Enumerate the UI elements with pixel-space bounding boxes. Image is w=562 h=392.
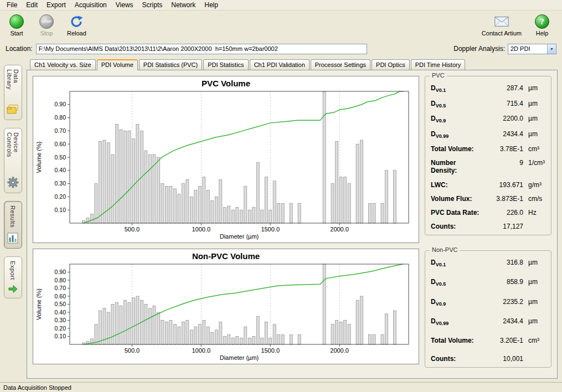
stat-value: 858.9 bbox=[482, 278, 523, 286]
menu-export[interactable]: Export bbox=[42, 0, 70, 10]
tab-pdi-statistics-pvc[interactable]: PDI Statistics (PVC) bbox=[139, 59, 202, 70]
stat-label: Total Volume: bbox=[431, 337, 482, 344]
doppler-analysis-value: 2D PDI bbox=[508, 45, 547, 52]
doppler-analysis-group: Doppler Analysis: 2D PDI ▼ bbox=[453, 44, 556, 54]
stat-label: DV0.1 bbox=[431, 259, 482, 267]
menu-network[interactable]: Network bbox=[167, 0, 200, 10]
pvc-stats-group-title: PVC bbox=[430, 72, 447, 79]
stat-row: Volume Flux:3.873E-1cm/s bbox=[431, 195, 546, 203]
stat-unit: g/m³ bbox=[523, 181, 546, 189]
stat-value: 9 bbox=[482, 159, 523, 167]
tab-pdi-optics[interactable]: PDI Optics bbox=[372, 59, 410, 70]
sidebar-item-label: Data Library bbox=[6, 69, 19, 101]
stat-row: Counts:10,001 bbox=[431, 355, 546, 363]
menu-scripts[interactable]: Scripts bbox=[138, 0, 167, 10]
contact-artium-label: Contact Artium bbox=[482, 30, 522, 37]
sidebar-item-data-library[interactable]: Data Library bbox=[4, 65, 22, 120]
sidebar-item-device-controls[interactable]: Device Controls bbox=[4, 128, 22, 193]
svg-text:Volume (%): Volume (%) bbox=[35, 288, 42, 320]
stat-row: DV0.992434.4µm bbox=[431, 130, 546, 139]
svg-text:0.10: 0.10 bbox=[55, 333, 66, 339]
app-window: FileEditExportAcquisitionViewsScriptsNet… bbox=[0, 0, 562, 392]
stat-row: Counts:17,127 bbox=[431, 223, 546, 230]
stat-label: Number Density: bbox=[431, 159, 482, 174]
sidebar-item-results[interactable]: Results bbox=[4, 201, 22, 249]
stat-row: LWC:193.671g/m³ bbox=[431, 181, 546, 189]
nonpvc-stats-group-title: Non-PVC bbox=[430, 246, 460, 253]
svg-text:0.60: 0.60 bbox=[55, 293, 66, 300]
svg-text:0.20: 0.20 bbox=[55, 193, 66, 200]
svg-text:0.90: 0.90 bbox=[55, 101, 66, 107]
svg-text:500.0: 500.0 bbox=[125, 226, 140, 233]
sidebar-item-label: Results bbox=[9, 205, 16, 228]
reload-icon bbox=[69, 14, 84, 29]
stat-label: DV0.99 bbox=[431, 130, 482, 139]
tab-ch1-pdi-validation[interactable]: Ch1 PDI Validation bbox=[250, 59, 310, 70]
svg-text:0.70: 0.70 bbox=[55, 285, 66, 291]
tab-pdi-statistics[interactable]: PDI Statistics bbox=[203, 59, 248, 70]
stats-column: PVC DV0.1287.4µmDV0.5715.4µmDV0.92200.0µ… bbox=[425, 76, 551, 373]
svg-text:0.30: 0.30 bbox=[55, 180, 66, 187]
svg-text:Diameter (µm): Diameter (µm) bbox=[220, 233, 259, 240]
stat-value: 2434.4 bbox=[482, 130, 523, 138]
stop-button-label: Stop bbox=[40, 30, 53, 37]
stat-value: 2200.0 bbox=[482, 115, 523, 122]
svg-text:0.80: 0.80 bbox=[55, 114, 66, 121]
stat-unit: Hz bbox=[523, 209, 546, 216]
status-text: Data Acquisition Stopped bbox=[3, 384, 71, 391]
stat-row: DV0.5858.9µm bbox=[431, 278, 546, 287]
reload-button[interactable]: Reload bbox=[64, 13, 89, 38]
nonpvc-chart-plot: 500.01000.01500.02000.00.100.200.300.400… bbox=[34, 261, 416, 362]
reload-button-label: Reload bbox=[67, 30, 86, 37]
stop-button[interactable]: STOP Stop bbox=[34, 13, 59, 38]
start-button[interactable]: Start bbox=[4, 13, 29, 38]
svg-text:1000.0: 1000.0 bbox=[192, 347, 210, 354]
stat-value: 10,001 bbox=[482, 355, 523, 363]
chevron-down-icon[interactable]: ▼ bbox=[547, 44, 556, 54]
pvc-volume-chart: PVC Volume 500.01000.01500.02000.00.100.… bbox=[33, 76, 419, 243]
help-icon: ? bbox=[535, 14, 549, 29]
stat-label: Total Volume: bbox=[431, 145, 482, 153]
contact-artium-button[interactable]: Contact Artium bbox=[479, 13, 524, 38]
svg-text:1500.0: 1500.0 bbox=[261, 226, 280, 233]
stat-unit: µm bbox=[523, 84, 546, 92]
svg-text:0.70: 0.70 bbox=[55, 127, 66, 134]
menu-file[interactable]: File bbox=[2, 0, 22, 10]
toolbar: Start STOP Stop Reload bbox=[0, 11, 562, 43]
stat-value: 2235.2 bbox=[482, 298, 523, 306]
help-button[interactable]: ? Help bbox=[530, 13, 554, 38]
stat-unit: µm bbox=[523, 130, 546, 138]
stat-unit: cm³ bbox=[523, 337, 546, 344]
stat-unit: µm bbox=[523, 317, 546, 325]
tab-pdi-time-history[interactable]: PDI Time History bbox=[411, 59, 466, 70]
results-chart-icon bbox=[7, 233, 18, 245]
stat-label: DV0.99 bbox=[431, 317, 482, 326]
status-bar: Data Acquisition Stopped bbox=[0, 382, 562, 392]
svg-text:500.0: 500.0 bbox=[125, 347, 140, 354]
stat-label: DV0.9 bbox=[431, 298, 482, 307]
menu-help[interactable]: Help bbox=[200, 0, 223, 10]
stat-unit: µm bbox=[523, 298, 546, 306]
stat-label: Counts: bbox=[431, 355, 482, 363]
stat-unit: µm bbox=[523, 278, 546, 286]
stat-label: DV0.9 bbox=[431, 115, 482, 123]
doppler-analysis-select[interactable]: 2D PDI ▼ bbox=[508, 44, 556, 54]
main-area: Data LibraryDevice ControlsResultsExport… bbox=[0, 57, 562, 382]
svg-text:0.40: 0.40 bbox=[55, 309, 66, 316]
doppler-analysis-label: Doppler Analysis: bbox=[453, 45, 505, 53]
sidebar-item-export[interactable]: Export bbox=[4, 256, 22, 298]
location-input[interactable] bbox=[36, 44, 367, 54]
stat-row: PVC Data Rate:226.0Hz bbox=[431, 209, 546, 216]
menu-edit[interactable]: Edit bbox=[22, 0, 42, 10]
location-label: Location: bbox=[6, 45, 33, 53]
tab-ch1-velocity-vs-size[interactable]: Ch1 Velocity vs. Size bbox=[30, 59, 96, 70]
stat-unit: cm/s bbox=[523, 195, 546, 203]
svg-text:0.40: 0.40 bbox=[55, 167, 66, 173]
stat-value: 3.78E-1 bbox=[482, 145, 523, 153]
menu-views[interactable]: Views bbox=[111, 0, 138, 10]
tab-pdi-volume[interactable]: PDI Volume bbox=[97, 59, 138, 70]
sidebar: Data LibraryDevice ControlsResultsExport bbox=[0, 57, 25, 382]
tab-processor-settings[interactable]: Processor Settings bbox=[311, 59, 370, 70]
menu-acquisition[interactable]: Acquisition bbox=[70, 0, 111, 10]
pdi-volume-panel: PVC Volume 500.01000.01500.02000.00.100.… bbox=[27, 70, 558, 379]
